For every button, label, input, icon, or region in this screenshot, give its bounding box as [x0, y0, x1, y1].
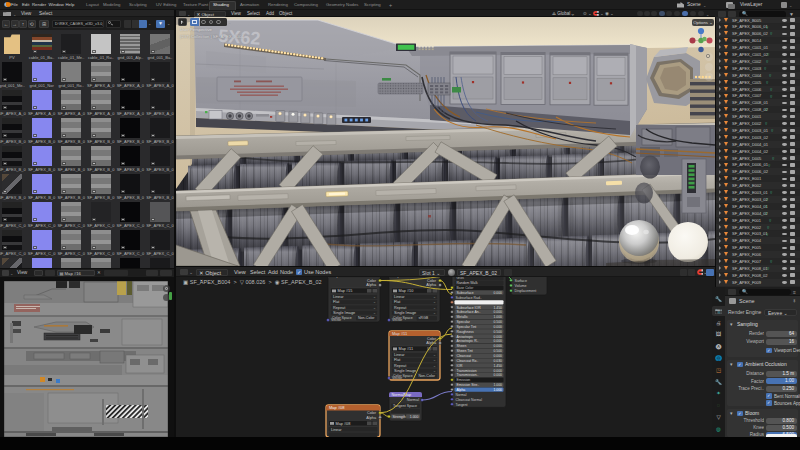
svg-text:Color: Color [427, 337, 437, 341]
svg-text:⌄: ⌄ [433, 295, 436, 299]
svg-text:Color: Color [367, 279, 377, 283]
svg-text:Clearcoat Normal: Clearcoat Normal [456, 398, 483, 402]
svg-text:Repeat: Repeat [333, 306, 346, 310]
svg-text:⌄: ⌄ [433, 353, 436, 357]
svg-text:Non-Color: Non-Color [419, 374, 436, 378]
svg-text:IOR: IOR [457, 364, 464, 368]
svg-text:Alpha: Alpha [457, 388, 466, 392]
svg-text:Linear: Linear [394, 353, 405, 357]
svg-text:Volume: Volume [515, 284, 527, 288]
svg-text:Map #11: Map #11 [392, 331, 408, 336]
svg-text:0.500: 0.500 [494, 349, 503, 353]
svg-text:Random Walk: Random Walk [457, 281, 478, 285]
svg-text:Surface: Surface [515, 279, 527, 283]
svg-text:Clearcoat Ro..: Clearcoat Ro.. [457, 359, 479, 363]
svg-text:1.000: 1.000 [494, 388, 503, 392]
svg-text:Repeat: Repeat [394, 364, 407, 368]
svg-text:Subsurface Rad..: Subsurface Rad.. [456, 296, 482, 300]
svg-text:Metallic: Metallic [457, 315, 469, 319]
svg-text:Specular Tint: Specular Tint [457, 325, 477, 329]
svg-text:⌄: ⌄ [373, 295, 376, 299]
svg-text:Strength: Strength [393, 415, 406, 419]
svg-text:⌄: ⌄ [433, 306, 436, 310]
svg-text:Subsurface An..: Subsurface An.. [457, 310, 481, 314]
svg-text:Single Image: Single Image [394, 311, 416, 315]
svg-text:1.450: 1.450 [494, 306, 503, 310]
svg-text:⌄: ⌄ [373, 300, 376, 304]
svg-text:⌄: ⌄ [433, 358, 436, 362]
svg-text:Anisotropic R..: Anisotropic R.. [457, 339, 479, 343]
svg-text:Flat: Flat [394, 358, 401, 362]
svg-text:0.000: 0.000 [494, 354, 503, 358]
svg-text:Color: Color [367, 411, 377, 415]
svg-text:Map #15: Map #15 [331, 277, 347, 278]
svg-text:1.000: 1.000 [494, 315, 503, 319]
svg-text:1.000: 1.000 [410, 415, 419, 419]
svg-text:⌄: ⌄ [373, 311, 376, 315]
svg-text:Linear: Linear [331, 428, 342, 432]
svg-text:sRGB: sRGB [419, 316, 429, 320]
svg-text:0.000: 0.000 [494, 373, 503, 377]
svg-text:Repeat: Repeat [394, 306, 407, 310]
svg-text:Map #08: Map #08 [329, 405, 345, 410]
svg-text:⌄: ⌄ [433, 364, 436, 368]
svg-text:Clearcoat: Clearcoat [457, 354, 472, 358]
svg-text:Sheen: Sheen [457, 344, 467, 348]
svg-text:0.500: 0.500 [494, 330, 503, 334]
svg-text:0.000: 0.000 [494, 335, 503, 339]
svg-text:⌄: ⌄ [433, 369, 436, 373]
svg-text:Base Color: Base Color [457, 286, 475, 290]
svg-text:0.000: 0.000 [494, 325, 503, 329]
svg-text:⌄: ⌄ [373, 306, 376, 310]
svg-text:Vector: Vector [331, 318, 342, 322]
svg-text:Roughness: Roughness [457, 330, 474, 334]
svg-text:Alpha: Alpha [426, 283, 437, 287]
svg-text:Color: Color [427, 279, 437, 283]
svg-text:Map #10: Map #10 [392, 277, 408, 278]
svg-text:Normal: Normal [407, 398, 419, 402]
svg-text:Anisotropic: Anisotropic [457, 335, 474, 339]
svg-text:Subsurface IOR: Subsurface IOR [457, 306, 482, 310]
svg-text:Linear: Linear [333, 295, 344, 299]
svg-text:Emission: Emission [457, 378, 471, 382]
svg-text:Non-Color: Non-Color [358, 316, 375, 320]
svg-text:NormalMap: NormalMap [392, 393, 412, 397]
svg-text:Emission Stre..: Emission Stre.. [457, 383, 480, 387]
svg-text:1.450: 1.450 [494, 364, 503, 368]
svg-text:0.000: 0.000 [494, 344, 503, 348]
svg-text:Sheen Tint: Sheen Tint [457, 349, 473, 353]
svg-text:Single Image: Single Image [394, 369, 416, 373]
svg-text:Alpha: Alpha [366, 416, 377, 420]
svg-text:Map #15: Map #15 [338, 289, 353, 293]
svg-text:0.000: 0.000 [494, 310, 503, 314]
svg-text:0.000: 0.000 [494, 291, 503, 295]
svg-text:0.030: 0.030 [494, 359, 503, 363]
svg-text:Map #08: Map #08 [336, 422, 351, 426]
svg-text:Single Image: Single Image [333, 311, 355, 315]
svg-text:Map #11: Map #11 [399, 347, 414, 351]
svg-text:Vector: Vector [392, 318, 403, 322]
svg-text:Flat: Flat [333, 300, 340, 304]
svg-text:⌄: ⌄ [433, 311, 436, 315]
svg-text:Linear: Linear [394, 295, 405, 299]
svg-text:Alpha: Alpha [366, 283, 377, 287]
svg-text:Map #10: Map #10 [399, 289, 414, 293]
svg-text:Normal: Normal [456, 393, 467, 397]
svg-text:Displacement: Displacement [515, 289, 537, 293]
svg-text:Tangent: Tangent [456, 403, 468, 407]
svg-text:GGX: GGX [457, 277, 465, 280]
svg-text:Subsurface: Subsurface [457, 291, 474, 295]
svg-text:Flat: Flat [394, 300, 401, 304]
svg-text:0.500: 0.500 [494, 320, 503, 324]
svg-text:Specular: Specular [457, 320, 471, 324]
svg-text:1.000: 1.000 [494, 383, 503, 387]
svg-text:Transmission..: Transmission.. [457, 373, 479, 377]
svg-text:Vector: Vector [392, 376, 403, 380]
svg-text:⌄: ⌄ [433, 300, 436, 304]
svg-text:Transmission: Transmission [457, 369, 477, 373]
svg-text:0.000: 0.000 [494, 339, 503, 343]
svg-text:0.000: 0.000 [494, 369, 503, 373]
